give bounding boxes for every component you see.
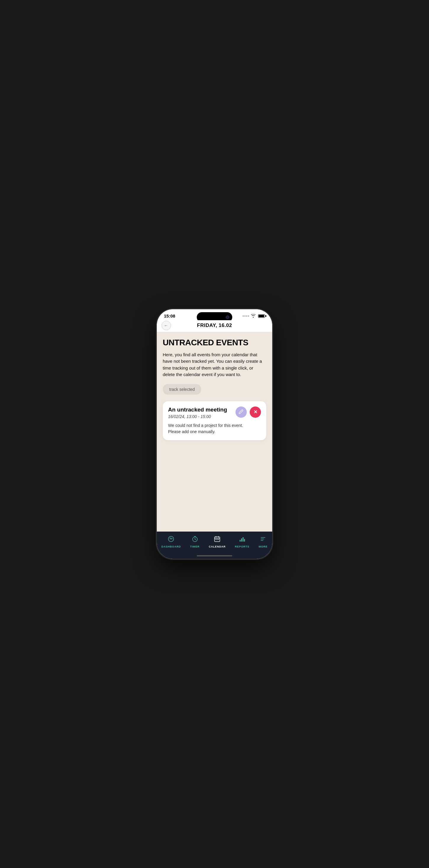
- sidebar-item-calendar[interactable]: CALENDAR: [206, 534, 229, 549]
- reports-icon: [239, 536, 245, 544]
- sidebar-item-dashboard[interactable]: DASHBOARD: [159, 534, 184, 549]
- event-message-line1: We could not find a project for this eve…: [168, 423, 261, 429]
- wifi-icon: [251, 314, 256, 318]
- event-message-line2: Please add one manually.: [168, 429, 261, 435]
- track-selected-button[interactable]: track selected: [163, 384, 201, 395]
- home-bar: [197, 555, 232, 556]
- svg-rect-4: [216, 539, 216, 540]
- event-actions: ✕: [235, 406, 261, 418]
- battery-icon: [258, 314, 265, 318]
- event-card: ✕ An untracked meeting 16/02/24, 13:00 -…: [163, 401, 266, 440]
- page-description: Here, you find all events from your cale…: [163, 351, 266, 378]
- back-arrow-icon: ←: [164, 323, 168, 328]
- nav-header: ← FRIDAY, 16.02: [157, 320, 272, 332]
- nav-title: FRIDAY, 16.02: [197, 322, 232, 329]
- svg-rect-9: [242, 537, 244, 541]
- edit-event-button[interactable]: [235, 406, 247, 418]
- bottom-nav: DASHBOARD TIMER: [157, 532, 272, 555]
- signal-dots: [242, 315, 249, 317]
- reports-label: REPORTS: [235, 545, 250, 548]
- calendar-icon: [214, 536, 221, 544]
- svg-point-1: [171, 539, 172, 539]
- status-time: 15:08: [164, 313, 175, 318]
- svg-rect-10: [244, 539, 245, 541]
- home-indicator: [157, 555, 272, 559]
- signal-dot-3: [246, 315, 247, 317]
- dashboard-label: DASHBOARD: [162, 545, 181, 548]
- signal-dot-1: [242, 315, 244, 317]
- signal-dot-4: [248, 315, 249, 317]
- status-bar: 15:08: [157, 309, 272, 320]
- battery-fill: [259, 315, 264, 317]
- svg-rect-6: [218, 539, 219, 540]
- more-icon: [260, 536, 266, 544]
- delete-event-button[interactable]: ✕: [250, 406, 261, 418]
- notch-camera: [226, 315, 229, 319]
- svg-rect-7: [240, 540, 240, 541]
- sidebar-item-reports[interactable]: REPORTS: [232, 534, 252, 549]
- pencil-icon: [239, 409, 244, 415]
- main-content: UNTRACKED EVENTS Here, you find all even…: [157, 332, 272, 532]
- page-title: UNTRACKED EVENTS: [163, 338, 266, 347]
- calendar-label: CALENDAR: [209, 545, 226, 548]
- status-icons: [242, 314, 265, 318]
- close-icon: ✕: [254, 409, 257, 415]
- sidebar-item-more[interactable]: MORE: [256, 534, 270, 549]
- svg-rect-5: [217, 539, 218, 540]
- signal-dot-2: [245, 315, 246, 317]
- timer-label: TIMER: [190, 545, 200, 548]
- more-label: MORE: [259, 545, 267, 548]
- sidebar-item-timer[interactable]: TIMER: [187, 534, 203, 549]
- timer-icon: [192, 536, 198, 544]
- phone-frame: 15:08: [157, 309, 272, 559]
- phone-screen: 15:08: [157, 309, 272, 559]
- back-button[interactable]: ←: [162, 321, 171, 330]
- dashboard-icon: [168, 536, 174, 544]
- svg-rect-8: [241, 538, 242, 541]
